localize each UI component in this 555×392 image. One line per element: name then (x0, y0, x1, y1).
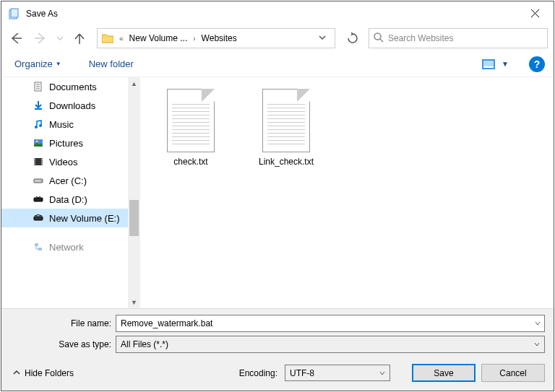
scroll-up-icon[interactable]: ▲ (128, 77, 140, 90)
file-name: check.txt (173, 157, 207, 167)
save-button[interactable]: Save (412, 364, 476, 382)
address-bar[interactable]: « New Volume ... › Websites (97, 28, 335, 48)
sidebar-label: Videos (49, 157, 78, 167)
title-bar: Save As (1, 1, 554, 25)
sidebar-scrollbar[interactable]: ▲ ▼ (128, 77, 140, 308)
save-type-label: Save as type: (10, 339, 111, 349)
close-button[interactable] (519, 3, 551, 25)
encoding-label: Encoding: (239, 368, 278, 378)
svg-rect-28 (34, 217, 43, 220)
svg-point-20 (34, 161, 35, 162)
sidebar-item-drive-e[interactable]: New Volume (E:) (1, 209, 128, 227)
svg-point-24 (41, 163, 42, 164)
sidebar-item-pictures[interactable]: Pictures (1, 134, 128, 152)
hide-folders-button[interactable]: Hide Folders (10, 367, 77, 380)
chevron-down-icon (379, 368, 385, 378)
sidebar-label: Network (49, 242, 84, 253)
breadcrumb-part-1[interactable]: New Volume ... (126, 33, 191, 43)
svg-point-12 (35, 126, 38, 129)
app-icon (9, 8, 20, 19)
organize-label: Organize (14, 58, 53, 69)
save-type-value: All Files (*.*) (121, 339, 168, 349)
sidebar-label: Acer (C:) (49, 175, 87, 186)
svg-point-26 (40, 180, 42, 182)
back-button[interactable] (4, 28, 27, 48)
toolbar: Organize ▼ New folder ▼ ? (1, 51, 554, 77)
svg-point-2 (374, 33, 381, 40)
sidebar-item-documents[interactable]: Documents (1, 77, 128, 96)
sidebar-nav: Documents Downloads Music Pictures Video… (1, 77, 128, 308)
forward-button[interactable] (29, 28, 52, 48)
downloads-icon (32, 100, 45, 110)
help-button[interactable]: ? (529, 56, 545, 72)
svg-point-23 (41, 161, 42, 162)
address-dropdown-icon[interactable] (313, 33, 332, 43)
svg-rect-29 (35, 243, 38, 246)
file-item[interactable]: check.txt (155, 86, 227, 170)
sidebar-label: Music (49, 119, 74, 130)
encoding-value: UTF-8 (290, 368, 314, 378)
sidebar-item-drive-c[interactable]: Acer (C:) (1, 171, 128, 190)
svg-rect-6 (483, 66, 494, 68)
filename-inputwrap (116, 315, 545, 332)
main-area: Documents Downloads Music Pictures Video… (1, 77, 554, 308)
save-as-dialog: Save As « New Volume ... › Websites (1, 1, 554, 391)
sidebar-label: Downloads (49, 100, 95, 111)
drive-icon (32, 213, 45, 223)
bottom-panel: File name: Save as type: All Files (*.*)… (1, 308, 554, 391)
file-list[interactable]: check.txt Link_check.txt (140, 77, 554, 308)
dropdown-icon: ▼ (56, 61, 61, 67)
svg-line-3 (380, 39, 383, 42)
drive-icon (32, 194, 45, 204)
sidebar-item-music[interactable]: Music (1, 115, 128, 134)
folder-icon (100, 32, 115, 45)
svg-point-21 (34, 163, 35, 164)
search-input[interactable] (388, 33, 543, 43)
search-icon (374, 32, 384, 45)
file-item[interactable]: Link_check.txt (250, 86, 322, 170)
videos-icon (32, 157, 45, 167)
filename-input[interactable] (116, 315, 531, 331)
svg-point-19 (34, 159, 35, 160)
organize-menu[interactable]: Organize ▼ (10, 56, 66, 72)
save-type-combo[interactable]: All Files (*.*) (116, 336, 545, 353)
sidebar-label: Pictures (49, 138, 83, 149)
scroll-down-icon[interactable]: ▼ (128, 296, 140, 308)
breadcrumb-prefix: « (116, 35, 126, 43)
sidebar-item-drive-d[interactable]: Data (D:) (1, 190, 128, 209)
cancel-button[interactable]: Cancel (481, 364, 545, 382)
chevron-up-icon (13, 368, 20, 378)
nav-bar: « New Volume ... › Websites (1, 25, 554, 51)
sidebar-item-downloads[interactable]: Downloads (1, 96, 128, 115)
up-button[interactable] (68, 28, 91, 48)
svg-rect-5 (483, 61, 494, 66)
view-dropdown-icon[interactable]: ▼ (502, 60, 509, 68)
recent-locations-button[interactable] (53, 28, 66, 48)
filename-dropdown-icon[interactable] (531, 315, 544, 331)
encoding-combo[interactable]: UTF-8 (285, 365, 390, 381)
chevron-down-icon (534, 341, 540, 349)
svg-rect-30 (38, 248, 42, 251)
sidebar-item-network[interactable]: Network (1, 238, 128, 256)
view-button[interactable] (480, 56, 497, 73)
text-file-icon (167, 89, 215, 152)
new-folder-button[interactable]: New folder (85, 56, 138, 72)
sidebar-label: Documents (49, 82, 97, 92)
pictures-icon (32, 138, 45, 148)
scroll-thumb[interactable] (129, 200, 139, 236)
filename-label: File name: (10, 318, 111, 328)
hide-folders-label: Hide Folders (25, 368, 74, 378)
documents-icon (32, 82, 45, 92)
svg-rect-1 (11, 9, 18, 17)
sidebar-item-videos[interactable]: Videos (1, 152, 128, 171)
breadcrumb-part-2[interactable]: Websites (199, 33, 240, 43)
refresh-button[interactable] (341, 28, 364, 48)
text-file-icon (262, 89, 310, 152)
sidebar-label: New Volume (E:) (49, 213, 120, 224)
drive-icon (32, 175, 45, 186)
search-box[interactable] (369, 28, 548, 48)
svg-point-13 (39, 124, 42, 127)
network-icon (32, 242, 45, 252)
file-name: Link_check.txt (259, 157, 314, 167)
new-folder-label: New folder (89, 58, 134, 69)
